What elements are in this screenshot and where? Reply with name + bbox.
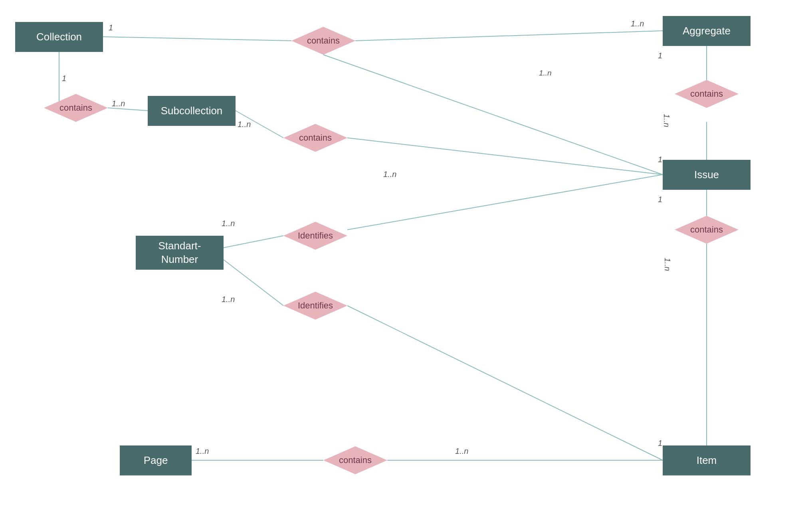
- entity-issue: Issue: [663, 160, 751, 190]
- svg-line-3: [108, 108, 148, 111]
- diagram-container: Collection Aggregate Subcollection Issue…: [0, 0, 812, 513]
- diamond-identifies1: Identifies: [283, 222, 347, 250]
- entity-standart-number: Standart- Number: [136, 236, 224, 270]
- diamond-contains6: contains: [323, 446, 387, 474]
- mult-collection-down: 1: [62, 74, 66, 83]
- connection-lines: [0, 0, 812, 513]
- diamond-identifies2: Identifies: [283, 292, 347, 320]
- mult-issue-top: 1: [658, 155, 662, 164]
- entity-page: Page: [120, 445, 192, 475]
- svg-line-6: [347, 138, 663, 175]
- diamond-contains1: contains: [291, 27, 355, 55]
- svg-line-10: [347, 175, 663, 230]
- mult-contains3-issue: 1..n: [383, 170, 396, 179]
- mult-contains1-issue: 1..n: [539, 69, 552, 78]
- mult-contains2-subcollection: 1..n: [112, 99, 125, 108]
- entity-collection: Collection: [15, 22, 103, 52]
- mult-page-contains6: 1..n: [196, 447, 209, 456]
- mult-contains1-aggregate: 1..n: [631, 19, 644, 28]
- mult-item-top: 1: [658, 439, 662, 448]
- entity-aggregate: Aggregate: [663, 16, 751, 46]
- svg-line-0: [103, 37, 291, 41]
- mult-standart-identifies1: 1..n: [222, 219, 235, 228]
- mult-issue-contains5: 1: [658, 195, 662, 204]
- diamond-contains4: contains: [675, 80, 739, 108]
- svg-line-12: [347, 306, 663, 460]
- svg-line-4: [323, 55, 663, 175]
- entity-subcollection: Subcollection: [148, 96, 236, 126]
- diamond-contains3: contains: [283, 124, 347, 152]
- mult-subcollection-contains3: 1..n: [238, 120, 251, 129]
- mult-standart-identifies2: 1..n: [222, 295, 235, 304]
- diamond-contains5: contains: [675, 216, 739, 244]
- mult-aggregate-contains4: 1: [658, 51, 662, 60]
- mult-contains6-item: 1..n: [455, 447, 468, 456]
- mult-contains5-item: 1..n: [663, 258, 672, 271]
- svg-line-9: [224, 236, 283, 248]
- entity-item: Item: [663, 445, 751, 475]
- diamond-contains2: contains: [44, 94, 108, 122]
- mult-collection-contains1: 1: [109, 23, 113, 32]
- mult-contains4-issue: 1..n: [662, 114, 671, 127]
- svg-line-1: [355, 31, 663, 41]
